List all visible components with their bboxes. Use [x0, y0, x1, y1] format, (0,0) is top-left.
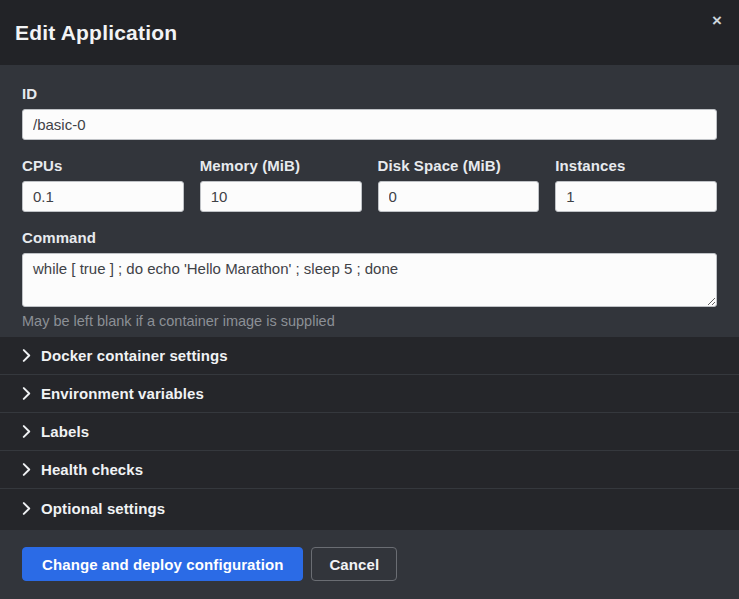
chevron-right-icon — [22, 502, 31, 515]
modal-footer: Change and deploy configuration Cancel — [0, 530, 739, 599]
cpus-input[interactable] — [22, 181, 184, 212]
section-label: Docker container settings — [41, 347, 228, 364]
collapsible-sections: Docker container settings Environment va… — [0, 337, 739, 530]
section-optional-settings[interactable]: Optional settings — [0, 489, 739, 528]
close-icon[interactable]: × — [708, 10, 726, 31]
section-label: Environment variables — [41, 385, 204, 402]
application-form: ID CPUs Memory (MiB) Disk Space (MiB) In… — [0, 65, 739, 337]
edit-application-modal: Edit Application × ID CPUs Memory (MiB) … — [0, 0, 739, 599]
instances-input[interactable] — [555, 181, 717, 212]
id-input[interactable] — [22, 109, 717, 140]
section-environment-variables[interactable]: Environment variables — [0, 375, 739, 413]
section-label: Labels — [41, 423, 89, 440]
section-label: Optional settings — [41, 500, 165, 517]
change-and-deploy-button[interactable]: Change and deploy configuration — [22, 547, 303, 581]
memory-field-group: Memory (MiB) — [200, 157, 362, 212]
chevron-right-icon — [22, 387, 31, 400]
resources-row: CPUs Memory (MiB) Disk Space (MiB) Insta… — [22, 157, 717, 212]
disk-input[interactable] — [378, 181, 540, 212]
instances-label: Instances — [555, 157, 717, 175]
instances-field-group: Instances — [555, 157, 717, 212]
modal-header: Edit Application × — [0, 0, 739, 65]
section-label: Health checks — [41, 461, 143, 478]
section-health-checks[interactable]: Health checks — [0, 451, 739, 489]
cancel-button[interactable]: Cancel — [311, 547, 397, 581]
disk-label: Disk Space (MiB) — [378, 157, 540, 175]
command-label: Command — [22, 229, 717, 247]
id-label: ID — [22, 85, 717, 103]
disk-field-group: Disk Space (MiB) — [378, 157, 540, 212]
id-field-group: ID — [22, 85, 717, 140]
command-textarea[interactable]: while [ true ] ; do echo 'Hello Marathon… — [22, 253, 717, 307]
command-help-text: May be left blank if a container image i… — [22, 312, 717, 330]
chevron-right-icon — [22, 425, 31, 438]
chevron-right-icon — [22, 349, 31, 362]
section-docker-container-settings[interactable]: Docker container settings — [0, 337, 739, 375]
page-title: Edit Application — [15, 21, 177, 45]
command-field-group: Command while [ true ] ; do echo 'Hello … — [22, 229, 717, 330]
chevron-right-icon — [22, 463, 31, 476]
section-labels[interactable]: Labels — [0, 413, 739, 451]
cpus-field-group: CPUs — [22, 157, 184, 212]
cpus-label: CPUs — [22, 157, 184, 175]
memory-input[interactable] — [200, 181, 362, 212]
memory-label: Memory (MiB) — [200, 157, 362, 175]
